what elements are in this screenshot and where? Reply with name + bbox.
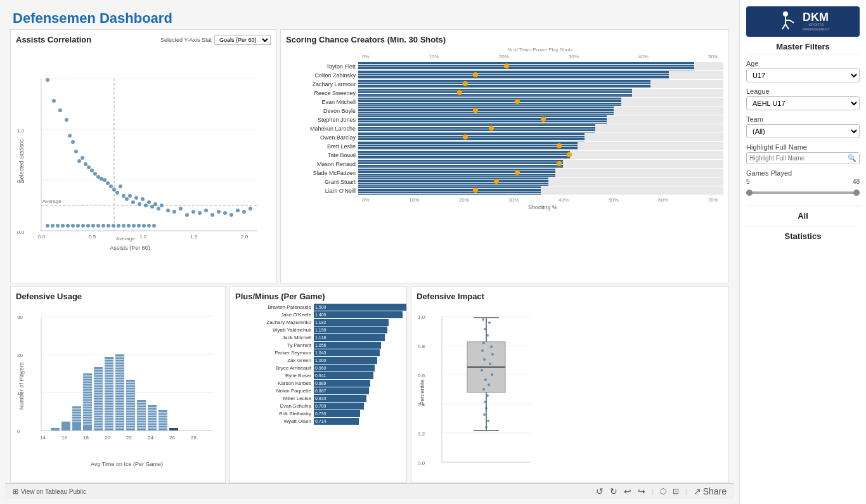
svg-point-310 (484, 401, 486, 403)
team-select[interactable]: (All) Team A Team B (746, 124, 860, 138)
svg-point-50 (153, 202, 157, 206)
svg-text:1.0: 1.0 (418, 314, 425, 320)
svg-point-312 (483, 413, 486, 416)
bar-track (358, 124, 723, 132)
svg-point-39 (119, 184, 122, 188)
scoring-bar-row: Liam O'Neill (286, 186, 723, 195)
games-played-slider[interactable] (746, 188, 860, 198)
pm-bar: 0.714 (314, 418, 359, 425)
svg-point-68 (51, 224, 55, 228)
redo-button[interactable]: ↻ (610, 486, 617, 496)
pm-row: Miller Leckie0.833 (235, 395, 401, 402)
undo-button[interactable]: ↺ (596, 486, 604, 496)
share-button[interactable]: ↗Share (694, 486, 727, 496)
svg-point-80 (112, 224, 115, 228)
player-name: Colton Zabinsky (286, 72, 356, 79)
svg-point-59 (204, 209, 208, 212)
svg-text:20: 20 (105, 435, 110, 441)
svg-text:1.0: 1.0 (17, 128, 25, 134)
pm-bar: 1.118 (314, 334, 385, 341)
export-button[interactable]: ⬡ (660, 487, 666, 496)
plus-minus-title: Plus/Minus (Per Game) (235, 292, 401, 301)
team-label: Team (746, 115, 860, 123)
svg-point-306 (484, 378, 487, 381)
svg-point-63 (229, 213, 233, 217)
bar-fill (358, 186, 541, 195)
player-name: Zachary Larmour (286, 81, 356, 87)
age-filter: Age U17 U18 U16 (746, 60, 860, 82)
scoring-bar-row: Zachary Larmour (286, 80, 723, 88)
age-select[interactable]: U17 U18 U16 (746, 68, 860, 82)
svg-point-35 (106, 181, 110, 185)
svg-text:Assists (Per 60): Assists (Per 60) (110, 245, 150, 251)
share-icon: ↗ (694, 486, 701, 496)
league-select[interactable]: AEHL U17 AEHL U18 (746, 96, 860, 110)
pm-value: 1.182 (315, 320, 326, 325)
pm-row: Erik Stelbasky0.733 (235, 410, 401, 417)
player-name: Tate Bowal (286, 152, 356, 158)
player-name: Devon Boyle (286, 108, 356, 114)
pm-player-name: Nolan Paquette (235, 388, 311, 394)
svg-point-67 (46, 224, 49, 228)
svg-line-321 (790, 20, 794, 23)
pm-row: Karson Kerbes0.889 (235, 380, 401, 387)
svg-point-52 (160, 204, 164, 207)
svg-point-304 (481, 369, 483, 372)
bar-track (358, 169, 723, 177)
back-button[interactable]: ↩ (624, 486, 631, 496)
shooting-pct-dot (473, 72, 478, 77)
svg-point-51 (157, 207, 160, 210)
y-axis-stat-label: Selected Y-Axis Stat (160, 37, 212, 43)
pm-bar: 0.833 (314, 395, 366, 402)
player-name: Mahekun Laroche (286, 126, 356, 132)
shooting-pct-dot (489, 126, 494, 131)
tableau-public-label[interactable]: View on Tableau Public (21, 488, 86, 495)
pm-value: 0.733 (315, 411, 326, 416)
bar-track (358, 71, 723, 79)
svg-point-62 (223, 211, 227, 215)
player-name: Brett Leslie (286, 143, 356, 150)
svg-point-300 (481, 349, 484, 352)
league-filter: League AEHL U17 AEHL U18 (746, 87, 860, 110)
svg-point-47 (144, 204, 148, 207)
search-icon: 🔍 (848, 154, 856, 162)
pm-row: Jack Mitchell1.118 (235, 334, 401, 341)
svg-rect-272 (169, 428, 178, 430)
sidebar: DKM SPORTSMANAGEMENT Master Filters Age … (739, 0, 866, 504)
defensive-usage-panel: Defensive Usage 0 10 20 30 (10, 286, 226, 483)
pm-bar: 1.400 (314, 311, 403, 318)
pm-row: Evan Schulha0.789 (235, 403, 401, 410)
shooting-pct-label: Shooting % (362, 204, 723, 210)
svg-point-74 (81, 224, 85, 228)
bar-track (358, 107, 723, 115)
svg-text:14: 14 (40, 435, 46, 441)
svg-point-61 (217, 210, 221, 214)
scoring-bar-row: Slade McFadzen (286, 169, 723, 177)
svg-text:20: 20 (17, 352, 23, 358)
fullscreen-button[interactable]: ⊡ (673, 487, 679, 496)
svg-text:0: 0 (17, 429, 20, 434)
highlight-name-input[interactable] (749, 155, 848, 162)
svg-text:0.5: 0.5 (89, 234, 96, 240)
forward-button[interactable]: ↪ (638, 486, 645, 496)
slider-thumb-left[interactable] (746, 190, 753, 196)
slider-thumb-right[interactable] (853, 190, 860, 196)
pm-player-name: Miller Leckie (235, 396, 311, 401)
svg-point-56 (185, 213, 189, 217)
scoring-bar-row: Evan Mitchell (286, 98, 723, 106)
pm-row: Braxton Patenaude1.500 (235, 304, 401, 311)
bar-track (358, 62, 723, 70)
scoring-bar-row: Brett Leslie (286, 142, 723, 150)
scoring-chance-panel: Scoring Chance Creators (Min. 30 Shots) … (280, 29, 729, 283)
svg-point-308 (482, 388, 485, 391)
y-axis-stat-select[interactable]: Goals (Per 60) Points (Per 60) (214, 35, 271, 45)
svg-rect-163 (105, 357, 113, 430)
svg-point-29 (87, 165, 91, 169)
svg-point-87 (147, 224, 151, 228)
svg-point-42 (128, 194, 132, 198)
svg-point-88 (152, 224, 156, 228)
tableau-icon: ⊞ (13, 488, 18, 496)
all-label: All (746, 211, 860, 221)
pm-bar: 0.867 (314, 387, 369, 394)
logo-sub: SPORTSMANAGEMENT (803, 23, 830, 32)
